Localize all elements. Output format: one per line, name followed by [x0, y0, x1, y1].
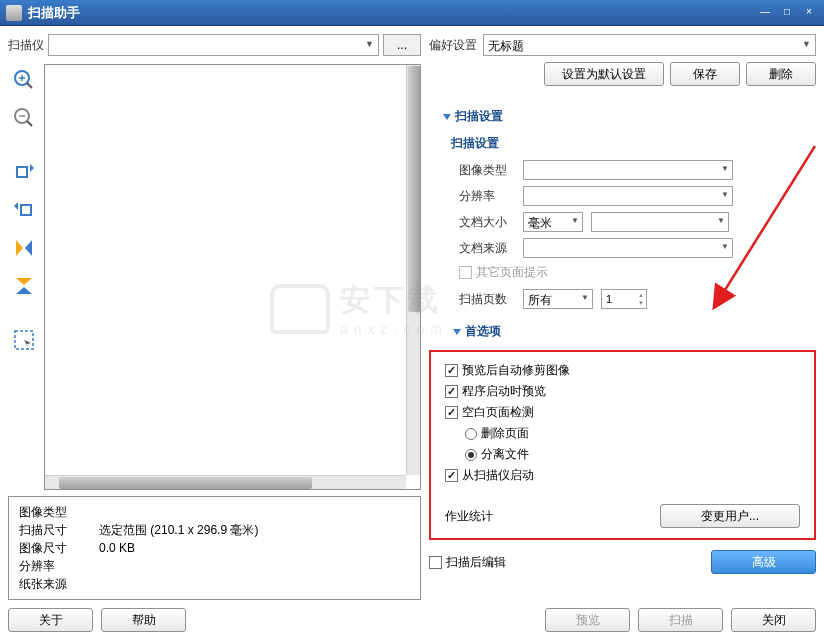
doc-size-label: 文档大小 — [459, 214, 515, 231]
doc-size-unit-select[interactable]: 毫米 — [523, 212, 583, 232]
window-controls: — □ × — [756, 5, 818, 21]
change-user-button[interactable]: 变更用户... — [660, 504, 800, 528]
blank-page-detect-checkbox[interactable] — [445, 406, 458, 419]
about-button[interactable]: 关于 — [8, 608, 93, 632]
scrollbar-horizontal[interactable] — [45, 475, 406, 489]
other-page-hint-label: 其它页面提示 — [476, 264, 548, 281]
rotate-left-icon[interactable] — [8, 156, 40, 188]
close-button[interactable]: × — [800, 5, 818, 21]
scan-pages-spinner[interactable]: 1 — [601, 289, 647, 309]
image-type-select[interactable] — [523, 160, 733, 180]
window-title: 扫描助手 — [28, 4, 756, 22]
preference-row: 偏好设置 无标题 — [429, 34, 816, 56]
close-button-bottom[interactable]: 关闭 — [731, 608, 816, 632]
svg-line-1 — [27, 83, 32, 88]
scan-button[interactable]: 扫描 — [638, 608, 723, 632]
chevron-down-icon — [453, 329, 461, 335]
blank-page-detect-label: 空白页面检测 — [462, 404, 534, 421]
preference-label: 偏好设置 — [429, 37, 477, 54]
right-panel: 偏好设置 无标题 设置为默认设置 保存 删除 扫描设置 扫描设置 图像类型 分辨… — [425, 26, 824, 640]
scanner-label: 扫描仪 — [8, 37, 44, 54]
flip-horizontal-icon[interactable] — [8, 232, 40, 264]
save-button[interactable]: 保存 — [670, 62, 740, 86]
chevron-down-icon — [443, 114, 451, 120]
preview-button[interactable]: 预览 — [545, 608, 630, 632]
resolution-label: 分辨率 — [459, 188, 515, 205]
advanced-button[interactable]: 高级 — [711, 550, 816, 574]
svg-rect-8 — [18, 168, 26, 176]
delete-page-label: 删除页面 — [481, 425, 529, 442]
scan-settings-form: 图像类型 分辨率 文档大小 毫米 文档来源 其它页面提示 扫描页数 所有 1 — [429, 160, 816, 315]
delete-button[interactable]: 删除 — [746, 62, 816, 86]
left-panel: 扫描仪 ... — [0, 26, 425, 640]
info-image-size-value: 0.0 KB — [99, 539, 135, 557]
svg-line-5 — [27, 121, 32, 126]
edit-after-scan-checkbox[interactable] — [429, 556, 442, 569]
edit-after-scan-label: 扫描后编辑 — [446, 554, 506, 571]
marquee-select-icon[interactable] — [8, 324, 40, 356]
info-image-size-label: 图像尺寸 — [19, 539, 99, 557]
preview-canvas[interactable] — [44, 64, 421, 490]
doc-size-select[interactable] — [591, 212, 729, 232]
rotate-right-icon[interactable] — [8, 194, 40, 226]
prefs-header[interactable]: 首选项 — [439, 323, 816, 340]
delete-page-radio[interactable] — [465, 428, 477, 440]
start-from-scanner-label: 从扫描仪启动 — [462, 467, 534, 484]
preference-buttons: 设置为默认设置 保存 删除 — [429, 62, 816, 86]
titlebar: 扫描助手 — □ × — [0, 0, 824, 26]
info-paper-source-label: 纸张来源 — [19, 575, 99, 593]
scrollbar-vertical[interactable] — [406, 65, 420, 475]
preview-on-start-checkbox[interactable] — [445, 385, 458, 398]
split-file-label: 分离文件 — [481, 446, 529, 463]
preference-select[interactable]: 无标题 — [483, 34, 816, 56]
resolution-select[interactable] — [523, 186, 733, 206]
svg-rect-10 — [22, 206, 30, 214]
info-resolution-label: 分辨率 — [19, 557, 99, 575]
scanner-select[interactable] — [48, 34, 379, 56]
scan-settings-subheader: 扫描设置 — [451, 135, 816, 152]
zoom-in-icon[interactable] — [8, 64, 40, 96]
info-panel: 图像类型 扫描尺寸选定范围 (210.1 x 296.9 毫米) 图像尺寸0.0… — [8, 496, 421, 600]
preview-area — [8, 64, 421, 490]
toolbar — [8, 64, 40, 490]
app-icon — [6, 5, 22, 21]
help-button[interactable]: 帮助 — [101, 608, 186, 632]
browse-button[interactable]: ... — [383, 34, 421, 56]
scan-pages-select[interactable]: 所有 — [523, 289, 593, 309]
zoom-out-icon[interactable] — [8, 102, 40, 134]
auto-crop-checkbox[interactable] — [445, 364, 458, 377]
main-content: 扫描仪 ... — [0, 26, 824, 640]
flip-vertical-icon[interactable] — [8, 270, 40, 302]
left-bottom-buttons: 关于 帮助 — [8, 608, 421, 632]
right-bottom-buttons: 预览 扫描 关闭 — [429, 608, 816, 632]
scan-pages-label: 扫描页数 — [459, 291, 515, 308]
job-stats-label: 作业统计 — [445, 508, 493, 525]
auto-crop-label: 预览后自动修剪图像 — [462, 362, 570, 379]
set-default-button[interactable]: 设置为默认设置 — [544, 62, 664, 86]
scanner-row: 扫描仪 ... — [8, 34, 421, 56]
other-page-hint-checkbox[interactable] — [459, 266, 472, 279]
prefs-highlighted-box: 预览后自动修剪图像 程序启动时预览 空白页面检测 删除页面 分离文件 从扫描仪启… — [429, 350, 816, 540]
start-from-scanner-checkbox[interactable] — [445, 469, 458, 482]
info-scan-size-label: 扫描尺寸 — [19, 521, 99, 539]
info-scan-size-value: 选定范围 (210.1 x 296.9 毫米) — [99, 521, 258, 539]
minimize-button[interactable]: — — [756, 5, 774, 21]
preview-on-start-label: 程序启动时预览 — [462, 383, 546, 400]
info-image-type-label: 图像类型 — [19, 503, 99, 521]
split-file-radio[interactable] — [465, 449, 477, 461]
doc-source-select[interactable] — [523, 238, 733, 258]
maximize-button[interactable]: □ — [778, 5, 796, 21]
image-type-label: 图像类型 — [459, 162, 515, 179]
doc-source-label: 文档来源 — [459, 240, 515, 257]
scan-settings-header[interactable]: 扫描设置 — [429, 108, 816, 125]
